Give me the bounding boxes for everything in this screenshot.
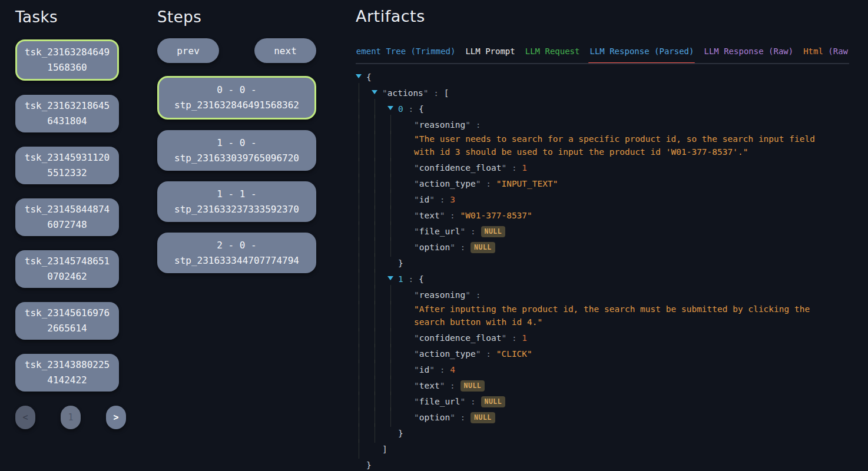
json-quote: " [429, 195, 435, 204]
tab-label: LLM Request [525, 47, 580, 56]
tab-llm-prompt[interactable]: LLM Prompt [465, 42, 515, 63]
indent-guide [375, 423, 375, 443]
json-line: } [356, 457, 849, 471]
json-colon: : [471, 120, 481, 130]
json-colon: : [465, 227, 481, 236]
indent-guide [390, 131, 391, 161]
json-quote: " [501, 163, 506, 173]
json-line: "option" : NULL [356, 409, 849, 425]
json-line: } [356, 255, 849, 271]
steps-prev-button[interactable]: prev [157, 38, 219, 63]
indent-guide [359, 439, 359, 459]
tab-element-tree-trimmed[interactable]: Element Tree (Trimmed) [356, 42, 455, 63]
artifacts-heading: Artifacts [356, 7, 849, 25]
indent-guide [375, 301, 375, 331]
artifacts-panel: Artifacts Element Tree (Trimmed)LLM Prom… [356, 7, 849, 471]
pagination-page-button[interactable]: 1 [61, 406, 81, 429]
json-key: id [419, 365, 429, 374]
tasks-panel: Tasks tsk_231632846491568360tsk_23163218… [15, 8, 119, 471]
json-quote: " [476, 349, 481, 359]
json-line: "action_type" : "INPUT_TEXT" [356, 175, 849, 191]
json-punctuation: } [398, 258, 403, 268]
collapse-arrow-icon[interactable] [387, 106, 393, 110]
tab-html[interactable]: Html (Raw) [803, 42, 849, 63]
step-list: 0 - 0 - stp_2316328464915683621 - 0 - st… [157, 76, 316, 273]
json-viewer: {"actions" : [0 : {"reasoning" :"The use… [356, 69, 849, 471]
task-button[interactable]: tsk_231457486510702462 [15, 250, 119, 288]
json-colon: : [403, 104, 419, 114]
tab-label: LLM Response (Parsed) [589, 47, 694, 56]
tab-llm-request[interactable]: LLM Request [525, 42, 580, 63]
tab-label: Html [803, 47, 823, 56]
pagination-next-button[interactable]: > [106, 406, 126, 429]
tab-label-suffix: (Raw) [823, 47, 849, 56]
json-key: file_url [419, 397, 460, 406]
task-button[interactable]: tsk_231632846491568360 [15, 39, 119, 81]
json-null-badge: NULL [471, 242, 495, 253]
step-button[interactable]: 1 - 0 - stp_231633039765096720 [157, 130, 316, 171]
json-colon: : [403, 274, 419, 284]
json-line: "The user needs to search for a specific… [356, 132, 849, 160]
json-colon: : [455, 413, 471, 422]
json-colon: : [506, 163, 522, 173]
json-key: text [419, 211, 440, 220]
steps-heading: Steps [157, 8, 316, 26]
json-key: option [419, 413, 450, 422]
step-button[interactable]: 1 - 1 - stp_231633237333592370 [157, 181, 316, 222]
collapse-arrow-icon[interactable] [387, 276, 393, 280]
json-line: 1 : { [356, 271, 849, 287]
task-button[interactable]: tsk_231632186456431804 [15, 95, 119, 132]
json-line: "confidence_float" : 1 [356, 330, 849, 346]
tab-label: LLM Prompt [465, 47, 515, 56]
tab-llm-response-parsed[interactable]: LLM Response (Parsed) [589, 42, 694, 63]
json-line: "id" : 4 [356, 361, 849, 377]
json-string-value: "W01-377-8537" [460, 211, 532, 220]
json-quote: " [414, 333, 419, 343]
json-colon: : [481, 179, 496, 188]
tab-llm-response-raw[interactable]: LLM Response (Raw) [704, 42, 793, 63]
json-quote: " [465, 120, 471, 130]
task-button[interactable]: tsk_231438802254142422 [15, 354, 119, 392]
json-key: actions [387, 88, 423, 98]
json-string-value: "After inputting the product id, the sea… [414, 304, 810, 327]
tab-label: LLM Response (Raw) [704, 47, 793, 56]
json-quote: " [414, 211, 419, 220]
json-line: ] [356, 441, 849, 457]
step-button[interactable]: 2 - 0 - stp_231633344707774794 [157, 233, 316, 273]
steps-next-button[interactable]: next [254, 38, 316, 63]
json-quote: " [414, 397, 419, 406]
json-quote: " [414, 227, 419, 236]
json-quote: " [382, 88, 387, 98]
json-string-value: "INPUT_TEXT" [496, 179, 558, 188]
json-quote: " [414, 381, 419, 390]
json-string-value: "The user needs to search for a specific… [414, 134, 815, 157]
task-button[interactable]: tsk_231459311205512332 [15, 147, 119, 184]
json-punctuation: { [366, 72, 372, 82]
json-key: reasoning [419, 120, 466, 130]
collapse-arrow-icon[interactable] [372, 90, 377, 94]
indent-guide [390, 301, 391, 331]
indent-guide [359, 131, 359, 161]
json-quote: " [414, 243, 419, 252]
json-colon: : [455, 243, 471, 252]
task-list: tsk_231632846491568360tsk_23163218645643… [15, 39, 119, 392]
task-button[interactable]: tsk_231458448746072748 [15, 198, 119, 236]
json-line: "option" : NULL [356, 239, 849, 255]
json-key: confidence_float [419, 333, 502, 343]
step-button[interactable]: 0 - 0 - stp_231632846491568362 [157, 76, 316, 120]
indent-guide [359, 301, 359, 331]
json-line: "text" : NULL [356, 377, 849, 393]
json-line: "confidence_float" : 1 [356, 160, 849, 175]
json-colon: : [465, 397, 481, 406]
json-quote: " [460, 397, 466, 406]
json-colon: : [435, 195, 450, 204]
json-colon: : [471, 290, 481, 300]
json-quote: " [414, 413, 419, 422]
indent-guide [375, 131, 375, 161]
collapse-arrow-icon[interactable] [356, 74, 362, 78]
task-button[interactable]: tsk_231456169762665614 [15, 302, 119, 340]
indent-guide [390, 237, 391, 257]
json-colon: : [506, 333, 522, 343]
tab-label: Element Tree (Trimmed) [356, 47, 455, 56]
pagination-prev-button[interactable]: < [15, 406, 35, 429]
